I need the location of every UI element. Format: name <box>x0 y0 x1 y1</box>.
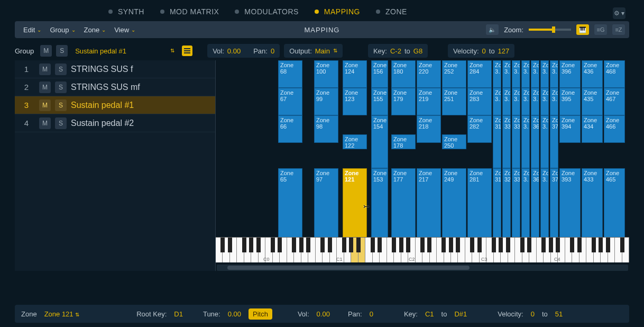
zone-cell[interactable]: Zone 396 <box>559 60 581 88</box>
zone-cell[interactable]: Zone 67 <box>278 88 302 115</box>
zone-cell[interactable]: Zone 100 <box>314 60 338 88</box>
zone-cell[interactable]: Zone 179 <box>391 88 416 115</box>
black-key[interactable] <box>349 238 353 252</box>
zone-cell[interactable]: Zone 122 <box>343 134 367 149</box>
menu-view[interactable]: View ⌄ <box>110 26 140 34</box>
zone-cell[interactable]: Zone 282 <box>467 115 492 143</box>
black-key[interactable] <box>320 238 325 252</box>
black-key[interactable] <box>477 238 482 252</box>
black-key[interactable] <box>242 238 246 252</box>
zone-cell[interactable]: Zone 3… <box>540 60 549 88</box>
zone-cell[interactable]: Zone 361 <box>531 168 539 240</box>
zone-cell[interactable]: Zone 249 <box>442 168 466 240</box>
view-mode-zone-icon[interactable]: ≡Z <box>612 24 625 35</box>
menu-zone[interactable]: Zone ⌄ <box>80 26 111 34</box>
black-key[interactable] <box>527 238 531 252</box>
black-key[interactable] <box>506 238 510 252</box>
zone-cell[interactable]: Zone 378 <box>550 115 558 168</box>
black-key[interactable] <box>371 238 375 252</box>
zone-cell[interactable]: Zone 3… <box>493 60 501 88</box>
zone-cell[interactable]: Zone 3… <box>550 88 558 115</box>
scroll-thumb[interactable] <box>227 266 470 270</box>
zone-cell[interactable]: Zone 284 <box>467 60 492 88</box>
zone-cell[interactable]: Zone 250 <box>442 134 466 149</box>
zone-cell[interactable]: Zone 155 <box>371 88 388 115</box>
zone-cell[interactable]: Zone 177 <box>391 168 416 240</box>
vel-high[interactable]: 127 <box>498 47 510 55</box>
zone-cell[interactable]: Zone 467 <box>604 88 625 115</box>
list-icon[interactable] <box>182 46 192 56</box>
zone-cell[interactable]: Zone 314 <box>493 115 501 168</box>
vel-low[interactable]: 0 <box>482 47 486 55</box>
mute-button[interactable]: M <box>39 63 51 75</box>
group-row[interactable]: 2MSSTRINGS SUS mf <box>15 78 215 96</box>
group-solo-button[interactable]: S <box>56 45 68 57</box>
zone-cell[interactable]: Zone 3… <box>521 115 530 168</box>
group-row[interactable]: 4MSSustain pedal #2 <box>15 114 215 132</box>
group-output-box[interactable]: Output: Main ⇅ <box>284 44 343 58</box>
black-key[interactable] <box>499 238 503 252</box>
black-key[interactable] <box>378 238 382 252</box>
zone-cell[interactable]: Zone 3… <box>550 60 558 88</box>
zone-cell[interactable]: Zone 219 <box>417 88 441 115</box>
group-row[interactable]: 3MSSustain pedal #1 <box>15 96 215 114</box>
black-key[interactable] <box>541 238 546 252</box>
zone-cell[interactable]: Zone 377 <box>550 168 558 240</box>
black-key[interactable] <box>620 238 624 252</box>
vol-value[interactable]: 0.00 <box>227 47 241 55</box>
zone-cell[interactable]: Zone 435 <box>582 88 603 115</box>
black-key[interactable] <box>606 238 610 252</box>
zone-cell[interactable]: Zone 433 <box>582 168 603 240</box>
group-name-select[interactable]: Sustain pedal #1 ⇅ <box>72 44 178 57</box>
tab-mapping[interactable]: MAPPING <box>315 7 360 16</box>
tune-value[interactable]: 0.00 <box>228 310 241 318</box>
black-key[interactable] <box>406 238 410 252</box>
mute-button[interactable]: M <box>39 99 51 111</box>
zone-cell[interactable]: Zone 3… <box>540 168 549 240</box>
bpan-value[interactable]: 0 <box>370 310 373 318</box>
black-key[interactable] <box>356 238 361 252</box>
zone-rows[interactable]: Zone 68Zone 100Zone 124Zone 156Zone 180Z… <box>216 60 629 236</box>
black-key[interactable] <box>592 238 596 252</box>
zoom-slider[interactable] <box>529 29 571 31</box>
view-mode-keyboard-icon[interactable]: 🎹 <box>576 24 589 35</box>
zone-cell[interactable]: Zone 65 <box>278 168 302 240</box>
solo-button[interactable]: S <box>55 117 67 129</box>
black-key[interactable] <box>456 238 460 252</box>
solo-button[interactable]: S <box>55 99 67 111</box>
black-key[interactable] <box>256 238 261 252</box>
zone-cell[interactable]: Zone 3… <box>531 88 539 115</box>
black-key[interactable] <box>328 238 332 252</box>
solo-button[interactable]: S <box>55 81 67 93</box>
zone-cell[interactable]: Zone 283 <box>467 88 492 115</box>
zone-cell[interactable]: Zone 3… <box>521 60 530 88</box>
bkey-low[interactable]: C1 <box>425 310 434 318</box>
group-mute-button[interactable]: M <box>40 45 52 57</box>
zone-cell[interactable]: Zone 178 <box>391 134 416 149</box>
zone-cell[interactable]: Zone 3… <box>521 88 530 115</box>
black-key[interactable] <box>570 238 574 252</box>
zone-cell[interactable]: Zone 98 <box>314 115 338 143</box>
black-key[interactable] <box>549 238 553 252</box>
keyboard[interactable]: C0C1C2C3C4 <box>216 237 629 262</box>
tab-mod-matrix[interactable]: MOD MATRIX <box>160 7 219 16</box>
zone-cell[interactable]: Zone 313 <box>493 168 501 240</box>
root-value[interactable]: D1 <box>174 310 183 318</box>
zone-cell[interactable]: Zone 121 <box>343 168 367 240</box>
zone-cell[interactable]: Zone 362 <box>531 115 539 168</box>
view-mode-group-icon[interactable]: ≡G <box>594 24 607 35</box>
zone-value[interactable]: Zone 121 ⇅ <box>44 310 80 318</box>
zone-cell[interactable]: Zone 217 <box>417 168 441 240</box>
zone-cell[interactable]: Zone 99 <box>314 88 338 115</box>
black-key[interactable] <box>577 238 582 252</box>
zone-cell[interactable]: Zone 393 <box>559 168 581 240</box>
black-key[interactable] <box>399 238 403 252</box>
zone-cell[interactable]: Zone 220 <box>417 60 441 88</box>
tab-zone[interactable]: ZONE <box>376 7 407 16</box>
zone-cell[interactable]: Zone 281 <box>467 168 492 240</box>
menu-group[interactable]: Group ⌄ <box>45 26 79 34</box>
black-key[interactable] <box>420 238 425 252</box>
zone-cell[interactable]: Zone 3… <box>502 60 511 88</box>
zone-cell[interactable]: Zone 329 <box>502 168 511 240</box>
black-key[interactable] <box>449 238 453 252</box>
